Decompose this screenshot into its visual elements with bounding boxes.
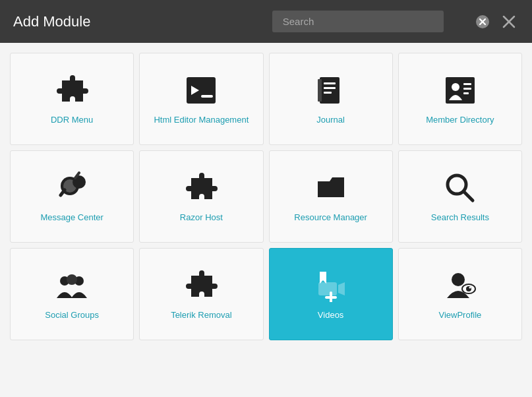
folder-icon [314,171,347,204]
svg-rect-8 [320,77,340,104]
social-groups-icon [55,269,88,302]
clear-icon [475,15,490,29]
viewprofile-icon [444,269,477,302]
module-social-groups[interactable]: Social Groups [10,248,134,340]
module-videos[interactable]: Videos [269,248,393,340]
search-icon [444,171,477,204]
close-modal-button[interactable] [499,12,519,32]
module-view-profile-label: ViewProfile [438,310,481,321]
telerik-icon [185,269,218,302]
search-input[interactable] [272,11,444,32]
module-telerik-removal-label: Telerik Removal [171,310,231,321]
modules-row-2: Message Center Razor Host Resource Manag… [10,150,522,243]
svg-line-22 [463,191,473,200]
svg-point-25 [67,274,77,285]
module-razor-host-label: Razor Host [180,212,223,224]
module-member-directory[interactable]: Member Directory [398,53,522,145]
module-ddr-menu-label: DDR Menu [51,115,93,126]
module-journal[interactable]: Journal [269,53,393,145]
clear-search-button[interactable] [473,12,492,32]
razor-host-icon [185,171,218,204]
module-razor-host[interactable]: Razor Host [139,150,263,243]
modules-grid: DDR Menu Html Editor Management [0,43,532,397]
module-resource-manager-label: Resource Manager [294,212,367,224]
module-member-directory-label: Member Directory [426,115,494,126]
puzzle-icon [55,74,88,107]
add-module-modal: Add Module [0,0,532,397]
module-ddr-menu[interactable]: DDR Menu [10,53,134,145]
journal-icon [314,74,347,107]
module-social-groups-label: Social Groups [45,310,99,321]
svg-rect-10 [324,82,336,84]
message-center-icon [55,171,88,204]
module-view-profile[interactable]: ViewProfile [398,248,522,340]
module-search-results[interactable]: Search Results [398,150,522,243]
svg-rect-9 [318,79,322,102]
search-container [243,11,473,32]
module-html-editor-label: Html Editor Management [154,115,249,126]
member-directory-icon [444,74,477,107]
svg-point-33 [469,286,471,288]
module-message-center[interactable]: Message Center [10,150,134,243]
svg-rect-16 [463,88,471,90]
module-telerik-removal[interactable]: Telerik Removal [139,248,263,340]
modules-row-1: DDR Menu Html Editor Management [10,53,522,145]
module-html-editor[interactable]: Html Editor Management [139,53,263,145]
svg-rect-11 [324,87,336,89]
module-videos-label: Videos [318,310,344,321]
header-icons [473,12,519,32]
close-icon [502,15,516,29]
video-add-icon [314,269,347,302]
svg-point-30 [452,273,465,286]
svg-rect-7 [201,95,213,98]
modal-header: Add Module [0,0,532,43]
svg-rect-15 [463,83,471,85]
module-journal-label: Journal [316,115,345,126]
terminal-icon [185,74,218,107]
svg-rect-26 [318,282,337,295]
svg-marker-27 [338,282,345,295]
module-search-results-label: Search Results [431,212,489,224]
module-resource-manager[interactable]: Resource Manager [269,150,393,243]
svg-rect-17 [463,92,469,94]
svg-point-14 [452,83,459,91]
svg-rect-12 [324,92,332,94]
modules-row-3: Social Groups Telerik Removal [10,248,522,340]
modal-title: Add Module [13,13,243,30]
svg-rect-5 [187,77,216,104]
module-message-center-label: Message Center [40,212,103,224]
